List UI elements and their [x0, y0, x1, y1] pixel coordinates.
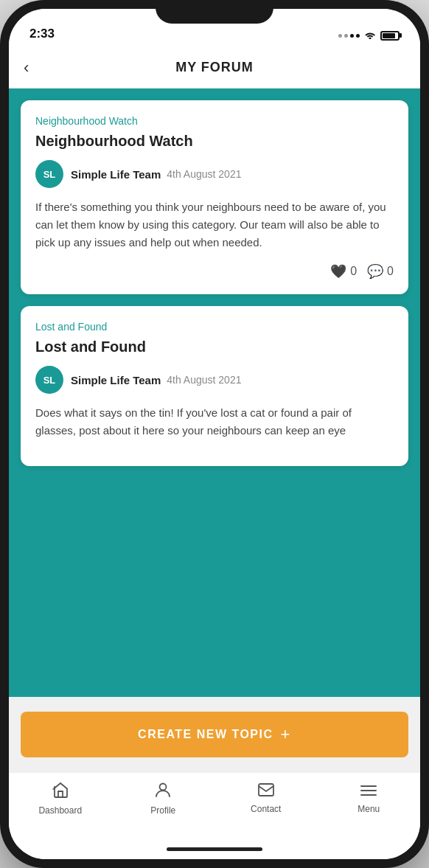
card-author-2: SL Simple Life Team 4th August 2021 — [35, 366, 394, 394]
svg-point-1 — [160, 784, 167, 791]
signal-dot-3 — [350, 34, 354, 38]
notch — [156, 0, 273, 24]
author-name-2: Simple Life Team — [71, 374, 161, 386]
card-author-1: SL Simple Life Team 4th August 2021 — [35, 160, 394, 188]
cards-container: Neighbourhood Watch Neighbourhood Watch … — [9, 88, 420, 478]
signal-dot-2 — [344, 34, 348, 38]
home-bar — [167, 847, 262, 851]
app-header: ‹ MY FORUM — [9, 47, 420, 88]
avatar-1: SL — [35, 160, 63, 188]
card-body-2: Does what it says on the tin! If you've … — [35, 404, 394, 440]
main-content: Neighbourhood Watch Neighbourhood Watch … — [9, 88, 420, 697]
svg-rect-2 — [259, 784, 273, 796]
signal-dot-4 — [356, 34, 360, 38]
forum-card-2[interactable]: Lost and Found Lost and Found SL Simple … — [21, 306, 408, 466]
author-name-1: Simple Life Team — [71, 168, 161, 181]
card-body-1: If there's something you think your neig… — [35, 198, 394, 251]
likes-stat-1: 🖤 0 — [330, 263, 357, 280]
comment-icon-1: 💬 — [367, 263, 383, 280]
create-section: CREATE NEW TOPIC + — [9, 697, 420, 772]
nav-label-dashboard: Dashboard — [38, 805, 82, 816]
bottom-nav: Dashboard Profile Cont — [9, 772, 420, 839]
nav-item-profile[interactable]: Profile — [112, 782, 215, 816]
home-indicator — [9, 839, 420, 859]
profile-icon — [156, 782, 170, 802]
menu-icon — [360, 782, 377, 801]
author-date-1: 4th August 2021 — [167, 168, 241, 180]
card-title-2: Lost and Found — [35, 338, 394, 355]
battery-icon — [380, 31, 400, 41]
heart-icon-1: 🖤 — [330, 263, 346, 280]
card-category-1: Neighbourhood Watch — [35, 115, 394, 127]
forum-card-1[interactable]: Neighbourhood Watch Neighbourhood Watch … — [21, 100, 408, 294]
dashboard-icon — [52, 782, 69, 802]
header-title: MY FORUM — [175, 60, 254, 75]
signal-dots — [338, 34, 360, 38]
nav-item-contact[interactable]: Contact — [214, 782, 318, 814]
back-button[interactable]: ‹ — [24, 58, 29, 77]
nav-label-profile: Profile — [150, 805, 175, 816]
card-stats-1: 🖤 0 💬 0 — [35, 263, 394, 280]
create-plus-icon: + — [281, 725, 291, 744]
wifi-icon — [364, 29, 376, 41]
nav-item-dashboard[interactable]: Dashboard — [9, 782, 112, 816]
author-info-2: Simple Life Team 4th August 2021 — [71, 374, 241, 386]
phone-screen: 2:33 — [9, 9, 420, 859]
battery-fill — [383, 33, 395, 38]
status-time: 2:33 — [29, 27, 55, 41]
phone-frame: 2:33 — [0, 0, 429, 868]
card-title-1: Neighbourhood Watch — [35, 133, 394, 150]
avatar-2: SL — [35, 366, 63, 394]
card-category-2: Lost and Found — [35, 321, 394, 333]
author-info-1: Simple Life Team 4th August 2021 — [71, 168, 241, 181]
nav-label-menu: Menu — [358, 804, 380, 814]
signal-dot-1 — [338, 34, 342, 38]
author-date-2: 4th August 2021 — [167, 374, 241, 386]
create-new-topic-button[interactable]: CREATE NEW TOPIC + — [21, 712, 408, 757]
comments-stat-1: 💬 0 — [367, 263, 394, 280]
contact-icon — [258, 782, 274, 801]
nav-item-menu[interactable]: Menu — [318, 782, 421, 814]
comments-count-1: 0 — [387, 265, 394, 278]
status-icons — [338, 29, 400, 41]
nav-label-contact: Contact — [251, 804, 281, 814]
likes-count-1: 0 — [350, 265, 357, 278]
create-button-label: CREATE NEW TOPIC — [138, 728, 273, 741]
